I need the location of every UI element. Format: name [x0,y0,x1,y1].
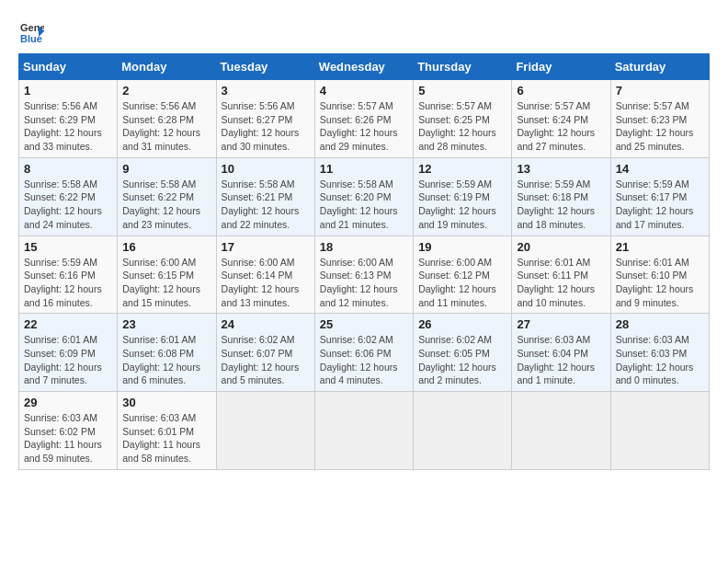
week-row: 15Sunrise: 5:59 AMSunset: 6:16 PMDayligh… [19,236,710,314]
day-number: 18 [320,240,408,254]
calendar-cell: 23Sunrise: 6:01 AMSunset: 6:08 PMDayligh… [118,314,216,392]
week-row: 22Sunrise: 6:01 AMSunset: 6:09 PMDayligh… [19,314,710,392]
day-detail: Sunrise: 6:00 AMSunset: 6:14 PMDaylight:… [222,256,310,310]
day-detail: Sunrise: 5:57 AMSunset: 6:26 PMDaylight:… [320,99,408,154]
day-number: 2 [122,84,210,98]
day-number: 24 [222,317,310,331]
calendar-cell: 20Sunrise: 6:01 AMSunset: 6:11 PMDayligh… [512,236,610,314]
calendar-cell [216,392,314,470]
calendar-cell: 13Sunrise: 5:59 AMSunset: 6:18 PMDayligh… [512,157,610,236]
day-detail: Sunrise: 5:59 AMSunset: 6:17 PMDaylight:… [616,178,704,232]
day-number: 27 [517,317,605,331]
day-detail: Sunrise: 5:57 AMSunset: 6:24 PMDaylight:… [517,99,605,154]
day-detail: Sunrise: 6:00 AMSunset: 6:12 PMDaylight:… [418,256,506,310]
day-detail: Sunrise: 6:01 AMSunset: 6:09 PMDaylight:… [24,333,112,387]
header-saturday: Saturday [610,54,709,80]
calendar-cell: 7Sunrise: 5:57 AMSunset: 6:23 PMDaylight… [610,80,709,158]
day-detail: Sunrise: 5:56 AMSunset: 6:28 PMDaylight:… [122,99,210,154]
calendar-cell: 21Sunrise: 6:01 AMSunset: 6:10 PMDayligh… [610,236,709,314]
calendar-cell: 5Sunrise: 5:57 AMSunset: 6:25 PMDaylight… [414,80,512,158]
logo-icon: General Blue [18,18,44,44]
day-detail: Sunrise: 6:02 AMSunset: 6:05 PMDaylight:… [418,333,506,387]
day-detail: Sunrise: 6:01 AMSunset: 6:10 PMDaylight:… [616,256,704,310]
calendar-cell [512,392,610,470]
calendar-cell: 18Sunrise: 6:00 AMSunset: 6:13 PMDayligh… [314,236,413,314]
calendar-table: SundayMondayTuesdayWednesdayThursdayFrid… [18,53,710,470]
page-header: General Blue [18,18,710,44]
day-number: 17 [222,240,310,254]
day-number: 14 [616,162,704,176]
day-detail: Sunrise: 6:03 AMSunset: 6:01 PMDaylight:… [122,411,210,465]
day-detail: Sunrise: 6:01 AMSunset: 6:11 PMDaylight:… [517,256,605,310]
day-detail: Sunrise: 5:56 AMSunset: 6:27 PMDaylight:… [222,99,310,154]
header-tuesday: Tuesday [216,54,314,80]
day-detail: Sunrise: 6:00 AMSunset: 6:15 PMDaylight:… [122,256,210,310]
day-number: 29 [24,396,112,409]
day-detail: Sunrise: 5:59 AMSunset: 6:19 PMDaylight:… [418,178,506,232]
calendar-cell: 9Sunrise: 5:58 AMSunset: 6:22 PMDaylight… [118,157,216,236]
calendar-cell: 11Sunrise: 5:58 AMSunset: 6:20 PMDayligh… [314,157,413,236]
day-detail: Sunrise: 5:59 AMSunset: 6:16 PMDaylight:… [24,256,112,310]
day-number: 7 [616,84,704,98]
calendar-cell: 16Sunrise: 6:00 AMSunset: 6:15 PMDayligh… [118,236,216,314]
calendar-cell: 15Sunrise: 5:59 AMSunset: 6:16 PMDayligh… [19,236,118,314]
calendar-cell: 30Sunrise: 6:03 AMSunset: 6:01 PMDayligh… [118,392,216,470]
day-detail: Sunrise: 5:58 AMSunset: 6:21 PMDaylight:… [222,178,310,232]
day-detail: Sunrise: 5:58 AMSunset: 6:22 PMDaylight:… [24,178,112,232]
day-detail: Sunrise: 5:56 AMSunset: 6:29 PMDaylight:… [24,99,112,154]
calendar-cell: 3Sunrise: 5:56 AMSunset: 6:27 PMDaylight… [216,80,314,158]
header-thursday: Thursday [414,54,512,80]
header-wednesday: Wednesday [314,54,413,80]
calendar-cell: 10Sunrise: 5:58 AMSunset: 6:21 PMDayligh… [216,157,314,236]
calendar-cell: 27Sunrise: 6:03 AMSunset: 6:04 PMDayligh… [512,314,610,392]
calendar-cell: 26Sunrise: 6:02 AMSunset: 6:05 PMDayligh… [414,314,512,392]
day-number: 19 [418,240,506,254]
week-row: 8Sunrise: 5:58 AMSunset: 6:22 PMDaylight… [19,157,710,236]
day-number: 26 [418,317,506,331]
day-number: 25 [320,317,408,331]
day-number: 23 [122,317,210,331]
day-detail: Sunrise: 6:00 AMSunset: 6:13 PMDaylight:… [320,256,408,310]
calendar-cell: 29Sunrise: 6:03 AMSunset: 6:02 PMDayligh… [19,392,118,470]
day-number: 4 [320,84,408,98]
calendar-cell [610,392,709,470]
day-detail: Sunrise: 6:01 AMSunset: 6:08 PMDaylight:… [122,333,210,387]
day-number: 12 [418,162,506,176]
day-detail: Sunrise: 5:58 AMSunset: 6:22 PMDaylight:… [122,178,210,232]
calendar-cell: 17Sunrise: 6:00 AMSunset: 6:14 PMDayligh… [216,236,314,314]
day-number: 15 [24,240,112,254]
day-number: 6 [517,84,605,98]
day-number: 8 [24,162,112,176]
calendar-cell: 2Sunrise: 5:56 AMSunset: 6:28 PMDaylight… [118,80,216,158]
calendar-cell: 14Sunrise: 5:59 AMSunset: 6:17 PMDayligh… [610,157,709,236]
day-detail: Sunrise: 5:59 AMSunset: 6:18 PMDaylight:… [517,178,605,232]
logo: General Blue [18,18,48,44]
day-detail: Sunrise: 6:03 AMSunset: 6:03 PMDaylight:… [616,333,704,387]
calendar-cell: 25Sunrise: 6:02 AMSunset: 6:06 PMDayligh… [314,314,413,392]
calendar-cell: 28Sunrise: 6:03 AMSunset: 6:03 PMDayligh… [610,314,709,392]
week-row: 1Sunrise: 5:56 AMSunset: 6:29 PMDaylight… [19,80,710,158]
day-number: 11 [320,162,408,176]
calendar-cell: 22Sunrise: 6:01 AMSunset: 6:09 PMDayligh… [19,314,118,392]
calendar-cell: 8Sunrise: 5:58 AMSunset: 6:22 PMDaylight… [19,157,118,236]
day-detail: Sunrise: 5:57 AMSunset: 6:23 PMDaylight:… [616,99,704,154]
day-number: 3 [222,84,310,98]
calendar-cell [414,392,512,470]
day-number: 22 [24,317,112,331]
day-detail: Sunrise: 6:02 AMSunset: 6:07 PMDaylight:… [222,333,310,387]
day-number: 13 [517,162,605,176]
calendar-cell [314,392,413,470]
day-number: 28 [616,317,704,331]
day-detail: Sunrise: 5:58 AMSunset: 6:20 PMDaylight:… [320,178,408,232]
calendar-cell: 4Sunrise: 5:57 AMSunset: 6:26 PMDaylight… [314,80,413,158]
day-number: 21 [616,240,704,254]
calendar-cell: 6Sunrise: 5:57 AMSunset: 6:24 PMDaylight… [512,80,610,158]
calendar-cell: 12Sunrise: 5:59 AMSunset: 6:19 PMDayligh… [414,157,512,236]
calendar-body: 1Sunrise: 5:56 AMSunset: 6:29 PMDaylight… [19,80,710,470]
calendar-cell: 24Sunrise: 6:02 AMSunset: 6:07 PMDayligh… [216,314,314,392]
day-detail: Sunrise: 5:57 AMSunset: 6:25 PMDaylight:… [418,99,506,154]
day-number: 10 [222,162,310,176]
day-number: 9 [122,162,210,176]
calendar-cell: 1Sunrise: 5:56 AMSunset: 6:29 PMDaylight… [19,80,118,158]
day-number: 1 [24,84,112,98]
